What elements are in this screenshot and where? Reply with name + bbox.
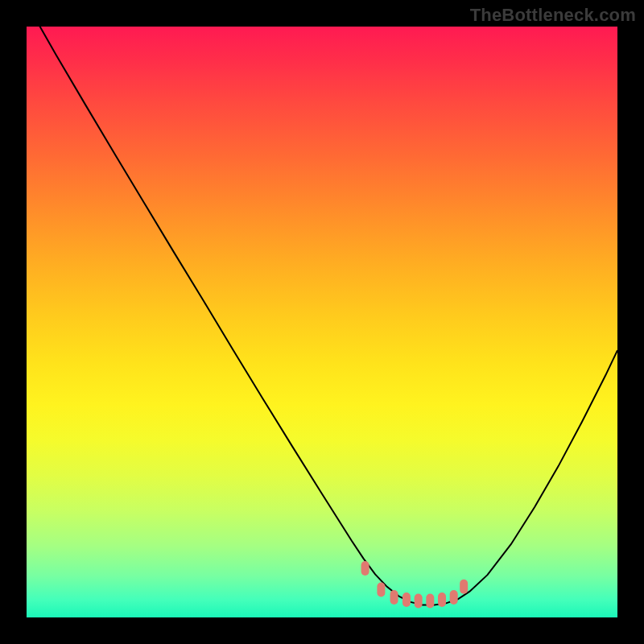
trough-marker [460, 580, 468, 594]
watermark-text: TheBottleneck.com [470, 5, 636, 26]
trough-marker [390, 590, 398, 605]
chart-frame: TheBottleneck.com [0, 0, 644, 644]
bottleneck-curve [27, 3, 617, 605]
chart-svg [27, 27, 617, 617]
plot-area [27, 27, 617, 617]
trough-marker [415, 593, 423, 608]
trough-marker [450, 590, 458, 605]
trough-marker [361, 561, 369, 576]
trough-marker [438, 592, 446, 607]
trough-marker [377, 583, 385, 597]
trough-marker [426, 593, 434, 608]
trough-marker [402, 592, 411, 607]
